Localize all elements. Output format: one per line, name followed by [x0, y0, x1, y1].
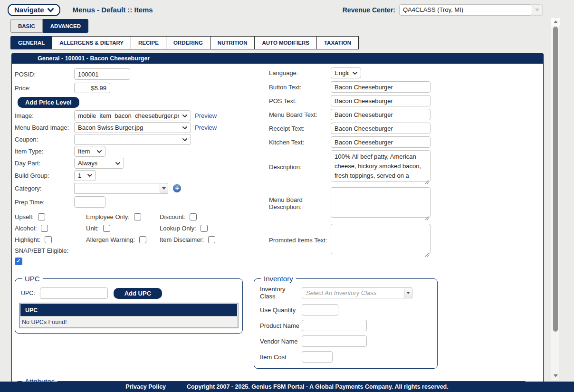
build-group-select[interactable]: 1: [74, 170, 96, 181]
tab-auto-modifiers[interactable]: AUTO MODIFIERS: [255, 36, 316, 49]
menu-board-image-preview-link[interactable]: Preview: [195, 124, 217, 131]
upsell-checkbox[interactable]: [38, 213, 45, 220]
category-combobox[interactable]: [74, 183, 168, 194]
tab-general[interactable]: GENERAL: [10, 36, 52, 49]
highlight-checkbox[interactable]: [45, 236, 52, 243]
revenue-center-input[interactable]: [399, 4, 532, 16]
kitchen-text-input[interactable]: [331, 136, 430, 148]
day-part-select[interactable]: Always: [74, 158, 124, 169]
image-select[interactable]: mobile_item_bacon_cheeseburger.png: [74, 110, 191, 121]
employee-only-checkbox[interactable]: [134, 213, 141, 220]
copyright-text: Copyright 2007 - 2025. Genius FSM Portal…: [187, 383, 449, 390]
tab-recipe[interactable]: RECIPE: [131, 36, 166, 49]
inventory-legend: Inventory: [261, 275, 296, 283]
revenue-center-dropdown-arrow-icon[interactable]: [532, 4, 543, 16]
left-form-column: POSID: Price: Add Price Level Image: mob…: [15, 66, 269, 265]
page: Navigate Menus - Default :: Items Revenu…: [0, 0, 574, 392]
description-textarea[interactable]: 100% All beef patty, American cheese, hi…: [331, 150, 430, 182]
item-cost-label: Item Cost: [260, 354, 302, 361]
add-upc-button[interactable]: Add UPC: [114, 288, 162, 299]
navigate-button[interactable]: Navigate: [8, 4, 60, 16]
upc-input[interactable]: [40, 287, 108, 299]
button-text-input[interactable]: [331, 81, 430, 93]
chevron-down-icon: [182, 138, 187, 141]
menu-board-text-input[interactable]: [331, 109, 430, 120]
menu-board-image-select[interactable]: Bacon Swiss Burger.jpg: [74, 122, 191, 133]
tab-advanced[interactable]: ADVANCED: [43, 19, 88, 33]
upsell-label: Upsell:: [15, 213, 34, 220]
chevron-down-icon: [48, 6, 54, 14]
category-combobox-value: [74, 183, 160, 194]
menu-board-description-textarea[interactable]: [331, 187, 430, 218]
allergen-warning-checkbox[interactable]: [139, 236, 146, 243]
item-type-label: Item Type:: [15, 148, 74, 155]
product-name-input[interactable]: [302, 320, 367, 331]
discount-label: Discount:: [160, 213, 185, 220]
inventory-class-combobox-value: Select An Inventory Class: [302, 287, 404, 298]
flags-checkbox-grid: Upsell: Employee Only: Discount: Alcohol…: [15, 213, 269, 243]
scrollbar-thumb[interactable]: [553, 27, 558, 332]
pos-text-input[interactable]: [331, 95, 430, 106]
privacy-policy-link[interactable]: Privacy Policy: [125, 383, 166, 390]
general-panel: General - 100001 - Bacon Cheeseburger PO…: [11, 53, 544, 392]
pos-text-label: POS Text:: [269, 97, 331, 105]
build-group-label: Build Group:: [15, 172, 74, 179]
allergen-warning-label: Allergen Warning:: [86, 236, 135, 243]
tab-basic[interactable]: BASIC: [10, 19, 43, 33]
image-preview-link[interactable]: Preview: [195, 112, 217, 119]
scroll-down-icon[interactable]: [551, 373, 560, 379]
unit-label: Unit:: [86, 225, 99, 232]
button-text-label: Button Text:: [269, 84, 331, 91]
discount-checkbox[interactable]: [190, 213, 197, 220]
add-category-icon[interactable]: +: [173, 184, 181, 192]
unit-checkbox[interactable]: [103, 225, 110, 232]
coupon-select[interactable]: [74, 134, 191, 145]
use-quantity-input[interactable]: [302, 304, 338, 316]
tab-allergens-dietary[interactable]: ALLERGENS & DIETARY: [52, 36, 131, 49]
upc-label: UPC:: [21, 290, 35, 296]
tab-taxation[interactable]: TAXATION: [317, 36, 359, 49]
vertical-scrollbar[interactable]: [551, 18, 559, 380]
lookup-only-checkbox[interactable]: [201, 225, 208, 232]
receipt-text-input[interactable]: [331, 123, 430, 134]
menu-board-text-label: Menu Board Text:: [269, 111, 331, 118]
vendor-name-input[interactable]: [302, 335, 367, 347]
category-dropdown-arrow-icon[interactable]: [160, 183, 168, 194]
language-select-value: English: [335, 69, 349, 76]
snap-ebt-checkbox[interactable]: ✓: [15, 258, 22, 265]
day-part-label: Day Part:: [15, 160, 74, 167]
inventory-class-dropdown-arrow-icon[interactable]: [404, 287, 412, 298]
tab-nutrition[interactable]: NUTRITION: [210, 36, 255, 49]
prep-time-input[interactable]: [74, 196, 105, 208]
snap-ebt-row: SNAP/EBT Eligible: ✓: [15, 247, 269, 265]
chevron-down-icon: [182, 126, 187, 129]
menu-board-image-select-value: Bacon Swiss Burger.jpg: [78, 124, 143, 131]
inventory-fieldset: Inventory Inventory Class Select An Inve…: [254, 275, 438, 369]
item-cost-input[interactable]: [302, 351, 333, 363]
price-label: Price:: [15, 85, 74, 92]
image-label: Image:: [15, 112, 74, 119]
language-label: Language:: [269, 69, 331, 76]
item-type-select[interactable]: Item: [74, 146, 105, 157]
price-input[interactable]: [74, 83, 110, 93]
inventory-class-combobox[interactable]: Select An Inventory Class: [302, 287, 412, 298]
day-part-select-value: Always: [78, 160, 97, 167]
upc-table: UPC No UPCs Found!: [19, 303, 239, 328]
scroll-up-icon[interactable]: [551, 18, 560, 26]
inventory-class-label: Inventory Class: [260, 286, 302, 300]
tab-ordering[interactable]: ORDERING: [166, 36, 210, 49]
chevron-down-icon: [182, 115, 187, 117]
posid-label: POSID:: [15, 71, 74, 78]
revenue-center-group: Revenue Center:: [343, 4, 543, 16]
mode-tabs: BASIC ADVANCED: [10, 19, 574, 33]
language-select[interactable]: English: [331, 67, 361, 78]
menu-board-image-label: Menu Board Image:: [15, 124, 74, 131]
section-tabs: GENERAL ALLERGENS & DIETARY RECIPE ORDER…: [10, 36, 574, 49]
promoted-items-text-textarea[interactable]: [331, 224, 430, 254]
panel-header: General - 100001 - Bacon Cheeseburger: [12, 53, 543, 64]
posid-input[interactable]: [74, 68, 130, 80]
coupon-label: Coupon:: [15, 136, 74, 143]
add-price-level-button[interactable]: Add Price Level: [18, 97, 79, 108]
item-disclaimer-checkbox[interactable]: [208, 236, 215, 243]
alcohol-checkbox[interactable]: [41, 225, 48, 232]
